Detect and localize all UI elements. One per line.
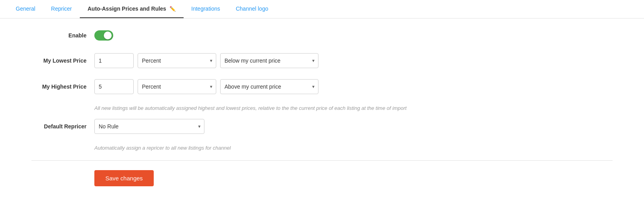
lowest-unit-wrapper: Percent Fixed ▾ [138,53,216,68]
enable-toggle[interactable] [94,30,113,41]
tab-integrations[interactable]: Integrations [184,0,228,18]
highest-price-label: My Highest Price [31,83,94,90]
lowest-price-input[interactable] [94,53,134,68]
highest-price-controls: Percent Fixed ▾ Above my current price B… [94,79,613,94]
highest-price-row: My Highest Price Percent Fixed ▾ Above m… [31,79,613,94]
lowest-price-label: My Lowest Price [31,57,94,64]
content-area: Enable My Lowest Price Percent Fixed [0,19,644,198]
highest-position-wrapper: Above my current price Below my current … [220,79,318,94]
repricer-select-wrapper: No Rule ▾ [94,119,204,134]
enable-row: Enable [31,30,613,41]
lowest-price-group: My Lowest Price Percent Fixed ▾ Below my… [31,53,613,68]
highest-unit-wrapper: Percent Fixed ▾ [138,79,216,94]
default-repricer-label: Default Repricer [31,123,94,130]
section-divider [31,160,613,161]
highest-price-group: My Highest Price Percent Fixed ▾ Above m… [31,79,613,111]
default-repricer-row: Default Repricer No Rule ▾ [31,119,613,134]
lowest-position-wrapper: Below my current price Above my current … [220,53,318,68]
lowest-position-select[interactable]: Below my current price Above my current … [220,53,318,68]
highest-price-input[interactable] [94,79,134,94]
enable-label: Enable [31,32,94,39]
tab-bar: General Repricer Auto-Assign Prices and … [0,0,644,19]
default-repricer-controls: No Rule ▾ [94,119,613,134]
tab-general[interactable]: General [8,0,43,18]
lowest-unit-select[interactable]: Percent Fixed [138,53,216,68]
tab-channel-logo[interactable]: Channel logo [228,0,276,18]
repricer-select[interactable]: No Rule [94,119,204,134]
lowest-price-controls: Percent Fixed ▾ Below my current price A… [94,53,613,68]
toggle-thumb [104,32,112,39]
highest-unit-select[interactable]: Percent Fixed [138,79,216,94]
tab-auto-assign[interactable]: Auto-Assign Prices and Rules ✏️ [80,0,184,18]
edit-icon: ✏️ [169,6,176,12]
lowest-price-row: My Lowest Price Percent Fixed ▾ Below my… [31,53,613,68]
repricer-helper: Automatically assign a repricer to all n… [94,145,613,151]
highest-price-helper: All new listings will be automatically a… [94,105,613,111]
highest-position-select[interactable]: Above my current price Below my current … [220,79,318,94]
tab-repricer[interactable]: Repricer [43,0,80,18]
save-button[interactable]: Save changes [94,170,154,186]
default-repricer-group: Default Repricer No Rule ▾ Automatically… [31,119,613,151]
